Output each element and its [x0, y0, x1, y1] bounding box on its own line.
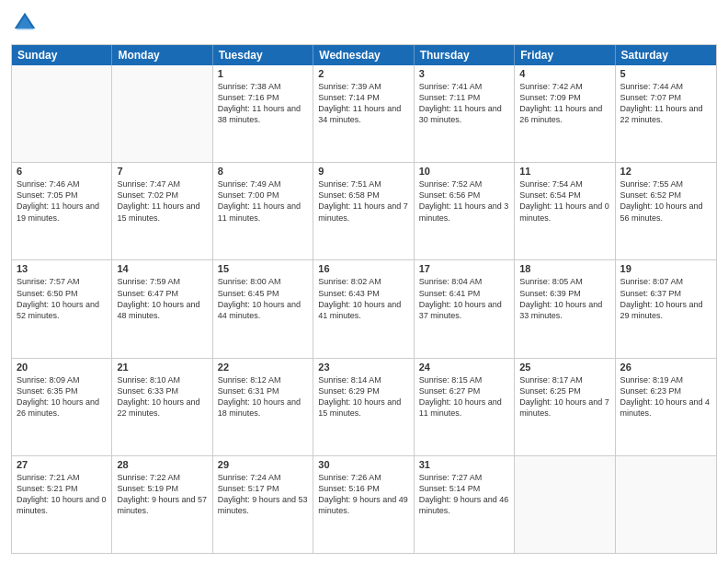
calendar-cell [616, 456, 716, 553]
calendar-cell: 25Sunrise: 8:17 AMSunset: 6:25 PMDayligh… [515, 359, 615, 455]
calendar-cell: 6Sunrise: 7:46 AMSunset: 7:05 PMDaylight… [12, 163, 112, 259]
calendar-cell: 8Sunrise: 7:49 AMSunset: 7:00 PMDaylight… [213, 163, 313, 259]
calendar-page: SundayMondayTuesdayWednesdayThursdayFrid… [0, 0, 728, 563]
calendar-cell: 22Sunrise: 8:12 AMSunset: 6:31 PMDayligh… [213, 359, 313, 455]
calendar-row: 6Sunrise: 7:46 AMSunset: 7:05 PMDaylight… [12, 162, 716, 259]
day-info: Sunrise: 7:21 AMSunset: 5:21 PMDaylight:… [17, 472, 107, 517]
day-info: Sunrise: 8:05 AMSunset: 6:39 PMDaylight:… [519, 276, 609, 321]
day-info: Sunrise: 8:17 AMSunset: 6:25 PMDaylight:… [519, 374, 609, 419]
day-number: 13 [17, 263, 107, 274]
day-info: Sunrise: 7:54 AMSunset: 6:54 PMDaylight:… [519, 178, 609, 224]
calendar-cell: 24Sunrise: 8:15 AMSunset: 6:27 PMDayligh… [415, 359, 515, 455]
calendar-cell: 11Sunrise: 7:54 AMSunset: 6:54 PMDayligh… [515, 163, 615, 259]
day-number: 11 [519, 166, 609, 177]
weekday-header: Wednesday [313, 45, 414, 65]
day-number: 24 [419, 362, 509, 373]
calendar-cell: 2Sunrise: 7:39 AMSunset: 7:14 PMDaylight… [313, 65, 414, 162]
day-info: Sunrise: 7:22 AMSunset: 5:19 PMDaylight:… [117, 472, 207, 517]
calendar-cell: 15Sunrise: 8:00 AMSunset: 6:45 PMDayligh… [213, 260, 313, 357]
day-number: 6 [17, 166, 107, 177]
day-number: 25 [519, 362, 609, 373]
day-number: 26 [620, 362, 711, 373]
calendar-body: 1Sunrise: 7:38 AMSunset: 7:16 PMDaylight… [12, 65, 716, 553]
calendar-cell: 5Sunrise: 7:44 AMSunset: 7:07 PMDaylight… [616, 65, 716, 162]
day-number: 16 [318, 263, 408, 274]
calendar-cell: 12Sunrise: 7:55 AMSunset: 6:52 PMDayligh… [616, 163, 716, 259]
weekday-header: Monday [112, 45, 212, 65]
day-number: 17 [419, 263, 509, 274]
day-number: 3 [419, 68, 509, 79]
calendar-row: 13Sunrise: 7:57 AMSunset: 6:50 PMDayligh… [12, 259, 716, 357]
calendar-row: 1Sunrise: 7:38 AMSunset: 7:16 PMDaylight… [12, 65, 716, 162]
day-info: Sunrise: 8:00 AMSunset: 6:45 PMDaylight:… [218, 276, 308, 321]
day-number: 1 [218, 68, 308, 79]
calendar-cell [112, 65, 212, 162]
day-number: 18 [519, 263, 609, 274]
day-number: 5 [620, 68, 711, 79]
weekday-header: Tuesday [213, 45, 313, 65]
day-number: 20 [17, 362, 107, 373]
day-info: Sunrise: 7:39 AMSunset: 7:14 PMDaylight:… [318, 81, 408, 126]
day-info: Sunrise: 7:41 AMSunset: 7:11 PMDaylight:… [419, 81, 509, 126]
calendar-header: SundayMondayTuesdayWednesdayThursdayFrid… [12, 45, 716, 65]
calendar-row: 27Sunrise: 7:21 AMSunset: 5:21 PMDayligh… [12, 455, 716, 553]
day-info: Sunrise: 8:07 AMSunset: 6:37 PMDaylight:… [620, 276, 711, 321]
calendar-cell: 19Sunrise: 8:07 AMSunset: 6:37 PMDayligh… [616, 260, 716, 357]
day-number: 29 [218, 459, 308, 470]
day-info: Sunrise: 7:52 AMSunset: 6:56 PMDaylight:… [419, 178, 509, 224]
calendar-cell: 7Sunrise: 7:47 AMSunset: 7:02 PMDaylight… [112, 163, 212, 259]
weekday-header: Sunday [12, 45, 112, 65]
day-info: Sunrise: 8:12 AMSunset: 6:31 PMDaylight:… [218, 374, 308, 419]
day-number: 14 [117, 263, 207, 274]
day-info: Sunrise: 7:27 AMSunset: 5:14 PMDaylight:… [419, 472, 509, 517]
day-info: Sunrise: 7:42 AMSunset: 7:09 PMDaylight:… [519, 81, 609, 126]
calendar-cell: 23Sunrise: 8:14 AMSunset: 6:29 PMDayligh… [313, 359, 414, 455]
day-number: 2 [318, 68, 408, 79]
day-info: Sunrise: 7:44 AMSunset: 7:07 PMDaylight:… [620, 81, 711, 126]
day-number: 12 [620, 166, 711, 177]
day-number: 4 [519, 68, 609, 79]
day-info: Sunrise: 8:10 AMSunset: 6:33 PMDaylight:… [117, 374, 207, 419]
day-number: 9 [318, 166, 408, 177]
calendar-cell: 28Sunrise: 7:22 AMSunset: 5:19 PMDayligh… [112, 456, 212, 553]
calendar-cell [515, 456, 615, 553]
calendar-cell: 27Sunrise: 7:21 AMSunset: 5:21 PMDayligh… [12, 456, 112, 553]
page-header [11, 9, 717, 37]
day-number: 8 [218, 166, 308, 177]
day-number: 7 [117, 166, 207, 177]
day-info: Sunrise: 8:04 AMSunset: 6:41 PMDaylight:… [419, 276, 509, 321]
calendar-cell: 31Sunrise: 7:27 AMSunset: 5:14 PMDayligh… [415, 456, 515, 553]
day-info: Sunrise: 7:49 AMSunset: 7:00 PMDaylight:… [218, 178, 308, 224]
calendar-cell: 20Sunrise: 8:09 AMSunset: 6:35 PMDayligh… [12, 359, 112, 455]
day-number: 15 [218, 263, 308, 274]
day-info: Sunrise: 7:46 AMSunset: 7:05 PMDaylight:… [17, 178, 107, 224]
calendar-cell: 29Sunrise: 7:24 AMSunset: 5:17 PMDayligh… [213, 456, 313, 553]
day-info: Sunrise: 7:59 AMSunset: 6:47 PMDaylight:… [117, 276, 207, 321]
day-info: Sunrise: 7:47 AMSunset: 7:02 PMDaylight:… [117, 178, 207, 224]
day-number: 23 [318, 362, 408, 373]
day-info: Sunrise: 8:02 AMSunset: 6:43 PMDaylight:… [318, 276, 408, 321]
weekday-header: Thursday [415, 45, 515, 65]
calendar-cell: 9Sunrise: 7:51 AMSunset: 6:58 PMDaylight… [313, 163, 414, 259]
day-number: 10 [419, 166, 509, 177]
logo-icon [11, 9, 39, 37]
day-info: Sunrise: 7:55 AMSunset: 6:52 PMDaylight:… [620, 178, 711, 224]
calendar-cell: 30Sunrise: 7:26 AMSunset: 5:16 PMDayligh… [313, 456, 414, 553]
calendar-cell: 21Sunrise: 8:10 AMSunset: 6:33 PMDayligh… [112, 359, 212, 455]
calendar-row: 20Sunrise: 8:09 AMSunset: 6:35 PMDayligh… [12, 358, 716, 455]
calendar-cell: 3Sunrise: 7:41 AMSunset: 7:11 PMDaylight… [415, 65, 515, 162]
calendar-cell: 4Sunrise: 7:42 AMSunset: 7:09 PMDaylight… [515, 65, 615, 162]
calendar-cell: 14Sunrise: 7:59 AMSunset: 6:47 PMDayligh… [112, 260, 212, 357]
day-number: 22 [218, 362, 308, 373]
calendar-cell: 13Sunrise: 7:57 AMSunset: 6:50 PMDayligh… [12, 260, 112, 357]
logo [11, 9, 42, 37]
day-info: Sunrise: 7:24 AMSunset: 5:17 PMDaylight:… [218, 472, 308, 517]
calendar-cell: 1Sunrise: 7:38 AMSunset: 7:16 PMDaylight… [213, 65, 313, 162]
day-info: Sunrise: 8:09 AMSunset: 6:35 PMDaylight:… [17, 374, 107, 419]
day-info: Sunrise: 7:51 AMSunset: 6:58 PMDaylight:… [318, 178, 408, 224]
day-info: Sunrise: 7:26 AMSunset: 5:16 PMDaylight:… [318, 472, 408, 517]
calendar-cell [12, 65, 112, 162]
calendar-cell: 10Sunrise: 7:52 AMSunset: 6:56 PMDayligh… [415, 163, 515, 259]
calendar: SundayMondayTuesdayWednesdayThursdayFrid… [11, 44, 717, 554]
day-info: Sunrise: 8:15 AMSunset: 6:27 PMDaylight:… [419, 374, 509, 419]
